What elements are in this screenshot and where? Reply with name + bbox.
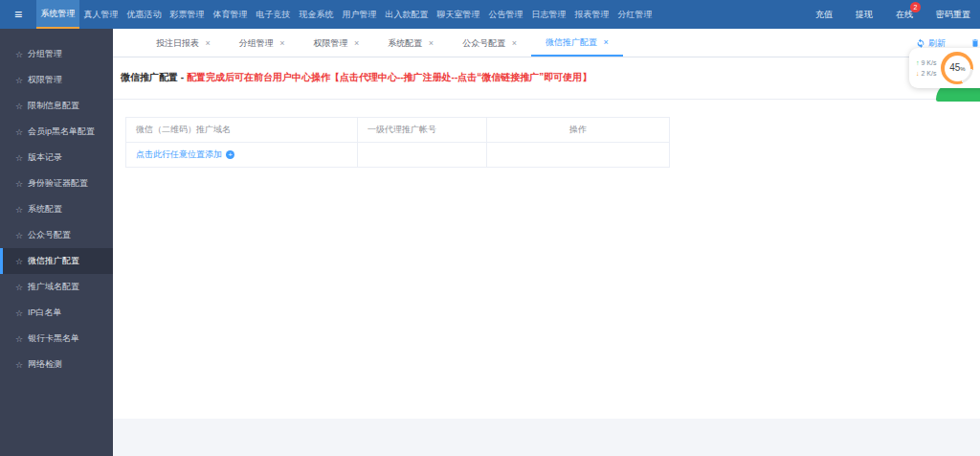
top-nav-item[interactable]: 公告管理 bbox=[484, 0, 527, 29]
sidebar-item[interactable]: ☆ 分组管理 bbox=[0, 41, 113, 67]
page-tab[interactable]: 权限管理 × bbox=[300, 29, 374, 57]
sidebar-item[interactable]: ☆ 身份验证器配置 bbox=[0, 171, 113, 196]
star-icon: ☆ bbox=[15, 334, 23, 344]
top-nav-item[interactable]: 现金系统 bbox=[295, 0, 338, 29]
sidebar-item-label: 版本记录 bbox=[28, 151, 62, 164]
star-icon: ☆ bbox=[15, 50, 23, 59]
online-link[interactable]: 在线 2 bbox=[896, 9, 913, 21]
usage-gauge: 45 % bbox=[941, 52, 973, 84]
upload-arrow-icon: ↑ bbox=[916, 59, 920, 66]
tab-close-icon[interactable]: × bbox=[512, 38, 517, 48]
withdraw-link[interactable]: 提现 bbox=[856, 9, 873, 21]
sidebar-item-label: 系统配置 bbox=[28, 203, 62, 216]
main-content: 投注日报表 × 分组管理 × 权限管理 × 系统配置 × bbox=[113, 29, 980, 456]
sidebar-item-label: 限制信息配置 bbox=[28, 100, 79, 112]
sidebar-item[interactable]: ☆ IP白名单 bbox=[0, 300, 113, 326]
sidebar-item[interactable]: ☆ 版本记录 bbox=[0, 145, 113, 171]
top-nav-item[interactable]: 出入款配置 bbox=[381, 0, 433, 29]
column-header-domain: 微信（二维码）推广域名 bbox=[126, 118, 358, 143]
sidebar-item[interactable]: ☆ 会员ip黑名单配置 bbox=[0, 119, 113, 145]
tab-label: 分组管理 bbox=[239, 38, 274, 48]
add-row-label: 点击此行任意位置添加 bbox=[136, 148, 222, 161]
star-icon: ☆ bbox=[15, 153, 23, 163]
sidebar-item[interactable]: ☆ 限制信息配置 bbox=[0, 93, 113, 119]
sidebar-item[interactable]: ☆ 权限管理 bbox=[0, 67, 113, 93]
top-nav-item[interactable]: 日志管理 bbox=[527, 0, 570, 29]
wechat-promo-table: 微信（二维码）推广域名 一级代理推广帐号 操作 点击此行任意位置添加 + bbox=[125, 117, 670, 168]
tab-close-icon[interactable]: × bbox=[354, 38, 359, 48]
top-nav-item[interactable]: 彩票管理 bbox=[166, 0, 209, 29]
tab-label: 权限管理 bbox=[314, 38, 348, 48]
online-count-badge: 2 bbox=[910, 2, 921, 12]
sidebar-item[interactable]: ☆ 公众号配置 bbox=[0, 222, 113, 248]
sidebar-item[interactable]: ☆ 系统配置 bbox=[0, 196, 113, 222]
sidebar-item[interactable]: ☆ 银行卡黑名单 bbox=[0, 326, 113, 352]
page-title-separator: - bbox=[178, 72, 187, 82]
sidebar-item-label: 网络检测 bbox=[28, 358, 62, 371]
table-header-row: 微信（二维码）推广域名 一级代理推广帐号 操作 bbox=[126, 118, 670, 143]
tab-label: 系统配置 bbox=[388, 38, 422, 48]
content-divider bbox=[113, 99, 980, 100]
sidebar-item-label: 银行卡黑名单 bbox=[28, 332, 79, 345]
star-icon: ☆ bbox=[15, 179, 23, 189]
navbar-right-actions: 充值 提现 在线 2 密码重置 bbox=[815, 0, 980, 29]
gauge-unit: % bbox=[960, 66, 965, 72]
star-icon: ☆ bbox=[15, 360, 23, 370]
top-nav-item[interactable]: 用户管理 bbox=[338, 0, 381, 29]
top-nav-item[interactable]: 报表管理 bbox=[570, 0, 613, 29]
hamburger-menu-icon[interactable]: ≡ bbox=[0, 0, 36, 29]
page-tab[interactable]: 投注日报表 × bbox=[142, 29, 225, 57]
star-icon: ☆ bbox=[15, 257, 23, 266]
page-background bbox=[113, 419, 980, 456]
tab-label: 投注日报表 bbox=[156, 38, 199, 48]
recharge-link[interactable]: 充值 bbox=[815, 9, 833, 21]
top-nav-item[interactable]: 电子竞技 bbox=[252, 0, 295, 29]
table-row[interactable]: 点击此行任意位置添加 + bbox=[126, 143, 670, 168]
upload-speed: 9 K/s bbox=[921, 59, 936, 66]
page-tab[interactable]: 分组管理 × bbox=[225, 29, 300, 57]
column-header-actions: 操作 bbox=[487, 118, 670, 143]
sidebar: ☆ 分组管理 ☆ 权限管理 ☆ 限制信息配置 ☆ 会员ip黑名单配置 ☆ 版本记… bbox=[0, 29, 113, 456]
download-arrow-icon: ↓ bbox=[916, 70, 920, 77]
page-tab[interactable]: 系统配置 × bbox=[373, 29, 448, 57]
tab-close-icon[interactable]: × bbox=[429, 38, 434, 48]
network-speeds: ↑ 9 K/s ↓ 2 K/s bbox=[916, 58, 936, 79]
page-tab[interactable]: 微信推广配置 × bbox=[531, 29, 623, 57]
top-navbar: ≡ 系统管理 真人管理 优惠活动 彩票管理 体育管理 电子竞技 现金系统 用户管… bbox=[0, 0, 980, 29]
trash-icon bbox=[970, 38, 980, 48]
top-nav-item[interactable]: 体育管理 bbox=[209, 0, 252, 29]
sidebar-item[interactable]: ☆ 网络检测 bbox=[0, 352, 113, 377]
sidebar-item[interactable]: ☆ 微信推广配置 bbox=[0, 248, 113, 274]
open-tabs: 投注日报表 × 分组管理 × 权限管理 × 系统配置 × bbox=[142, 29, 623, 57]
add-plus-icon: + bbox=[226, 150, 234, 159]
top-nav-item[interactable]: 分红管理 bbox=[613, 0, 657, 29]
top-nav-item[interactable]: 聊天室管理 bbox=[433, 0, 484, 29]
tab-close-icon[interactable]: × bbox=[279, 38, 284, 48]
top-nav-item[interactable]: 系统管理 bbox=[36, 0, 79, 29]
top-nav-item[interactable]: 优惠活动 bbox=[122, 0, 166, 29]
sidebar-item-label: 身份验证器配置 bbox=[28, 177, 88, 190]
sidebar-item[interactable]: ☆ 推广域名配置 bbox=[0, 274, 113, 300]
actions-cell bbox=[487, 143, 670, 168]
gauge-value: 45 bbox=[949, 62, 960, 73]
reset-password-link[interactable]: 密码重置 bbox=[936, 9, 970, 21]
sidebar-item-label: 会员ip黑名单配置 bbox=[28, 125, 95, 138]
star-icon: ☆ bbox=[15, 283, 23, 292]
star-icon: ☆ bbox=[15, 102, 23, 111]
star-icon: ☆ bbox=[15, 308, 23, 318]
agent-account-cell bbox=[358, 143, 487, 168]
page-tab[interactable]: 公众号配置 × bbox=[448, 29, 531, 57]
page-title-name: 微信推广配置 bbox=[121, 72, 178, 82]
add-row-link[interactable]: 点击此行任意位置添加 + bbox=[136, 148, 234, 161]
sidebar-item-label: 推广域名配置 bbox=[28, 281, 79, 293]
network-monitor-widget[interactable]: ↑ 9 K/s ↓ 2 K/s 45 % bbox=[909, 48, 980, 88]
star-icon: ☆ bbox=[15, 205, 23, 215]
tab-close-icon[interactable]: × bbox=[206, 38, 211, 48]
top-nav-item[interactable]: 真人管理 bbox=[79, 0, 122, 29]
column-header-agent-account: 一级代理推广帐号 bbox=[358, 118, 487, 143]
top-nav-menu: 系统管理 真人管理 优惠活动 彩票管理 体育管理 电子竞技 现金系统 用户管理 … bbox=[36, 0, 657, 29]
sidebar-item-label: IP白名单 bbox=[28, 307, 62, 319]
tab-label: 微信推广配置 bbox=[546, 37, 597, 47]
tab-label: 公众号配置 bbox=[462, 38, 505, 48]
tab-close-icon[interactable]: × bbox=[603, 37, 608, 47]
